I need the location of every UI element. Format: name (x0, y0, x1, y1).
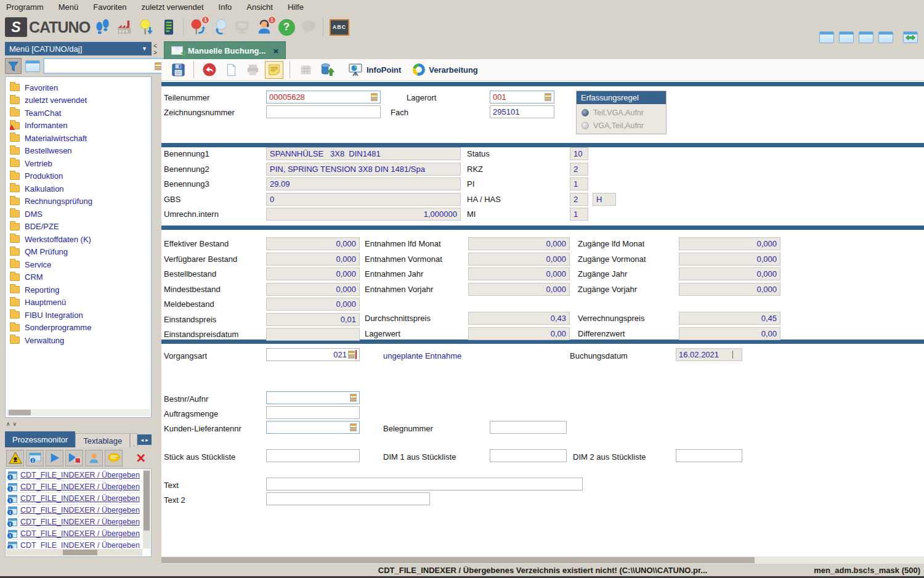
fach-field[interactable]: 295101 (490, 105, 554, 118)
sidebar-tree-item[interactable]: Bestellwesen (10, 145, 150, 158)
lookup-icon[interactable] (371, 93, 378, 101)
dim2-field[interactable] (676, 449, 742, 462)
sidebar-tree-item[interactable]: Vertrieb (10, 157, 150, 170)
infopoint-button[interactable]: InfoPoint (348, 62, 401, 77)
user-processes-button[interactable] (85, 450, 103, 466)
spellcheck-button[interactable]: ABC (326, 16, 352, 38)
sidebar-tree-item[interactable]: Produktion (10, 170, 150, 183)
sidebar-tree-item[interactable]: QM Prüfung (10, 246, 150, 259)
menubar-item[interactable]: Programm (6, 2, 44, 12)
text2-field[interactable] (266, 492, 430, 505)
lookup-icon[interactable] (348, 351, 355, 359)
process-info-button[interactable] (26, 450, 44, 466)
process-vertical-scrollbar[interactable] (143, 470, 150, 548)
process-list-item[interactable]: i CDT_FILE_INDEXER / Übergeben (6, 493, 142, 505)
menubar-item[interactable]: Hilfe (288, 2, 304, 12)
sidebar-tree-item[interactable]: Informanten (10, 120, 150, 132)
window-layout-icon[interactable] (819, 31, 834, 43)
lookup-icon[interactable] (350, 394, 357, 402)
sidebar-tree-item[interactable]: Rechnungsprüfung (10, 195, 150, 208)
process-list-item[interactable]: i CDT_FILE_INDEXER / Übergeben (6, 505, 142, 516)
menubar-item[interactable]: Favoriten (93, 2, 126, 12)
document-tab-manuelle-buchung[interactable]: + Manuelle Buchung... × (164, 41, 286, 59)
menubar-item[interactable]: Info (219, 2, 232, 12)
teilenummer-field[interactable]: 00005628 (266, 91, 381, 104)
stueck-field[interactable] (266, 449, 360, 462)
bestnr-field[interactable] (266, 391, 360, 404)
factory-button[interactable] (113, 16, 136, 38)
sidebar-tree-item[interactable]: Sonderprogramme (10, 322, 150, 335)
menubar-item[interactable]: Menü (59, 2, 79, 12)
messages-button[interactable] (105, 450, 123, 466)
save-button[interactable] (169, 61, 187, 79)
scroll-right-icon[interactable]: ▸ (145, 437, 148, 443)
notification-pin-button[interactable]: 1 (187, 16, 209, 38)
verarbeitung-button[interactable]: Verarbeitung (413, 63, 477, 76)
process-horizontal-scrollbar[interactable] (6, 549, 142, 556)
scrollbar-thumb[interactable] (161, 557, 755, 563)
new-document-button[interactable] (222, 61, 240, 79)
zeichnungsnummer-field[interactable] (266, 105, 381, 118)
process-list-item[interactable]: i CDT_FILE_INDEXER / Übergeben (6, 528, 142, 540)
filter-button[interactable] (5, 58, 22, 74)
sidebar-tree-item[interactable]: Kalkulation (10, 182, 150, 195)
window-layout-icon[interactable] (859, 31, 873, 43)
tab-prozessmonitor[interactable]: Prozessmonitor (5, 431, 75, 447)
process-list-item[interactable]: i CDT_FILE_INDEXER / Übergeben (6, 540, 142, 548)
sidebar-tree-item[interactable]: FIBU Integration (10, 309, 150, 322)
text-field[interactable] (266, 478, 583, 490)
sidebar-tree-item[interactable]: zuletzt verwendet (10, 94, 150, 107)
sidebar-tree-item[interactable]: BDE/PZE (10, 221, 150, 234)
lookup-icon[interactable] (545, 93, 551, 101)
sidebar-tree-item[interactable]: CRM (10, 271, 150, 284)
undo-pin-button[interactable] (209, 16, 231, 38)
belegnummer-field[interactable] (490, 421, 567, 434)
sidebar-tree-item[interactable]: Reporting (10, 283, 150, 296)
form-horizontal-scrollbar[interactable] (161, 556, 924, 564)
sidebar-dropdown-icon[interactable]: ▼ (142, 46, 147, 52)
scrollbar-thumb[interactable] (9, 410, 31, 415)
notes-button-active[interactable] (265, 61, 283, 79)
sidebar-tree-item[interactable]: Verwaltung (10, 334, 150, 347)
scrollbar-thumb[interactable] (144, 471, 150, 531)
window-layout-icon[interactable] (878, 31, 893, 43)
search-input[interactable] (46, 60, 155, 72)
sidebar-tree-item[interactable]: Service (10, 258, 150, 271)
scroll-left-icon[interactable]: ◂ (141, 437, 144, 443)
close-tab-icon[interactable]: × (273, 46, 278, 56)
help-button[interactable]: ? (275, 16, 298, 38)
tree-horizontal-scrollbar[interactable] (7, 409, 150, 416)
lookup-icon[interactable] (350, 423, 357, 431)
process-list-item[interactable]: i CDT_FILE_INDEXER / Übergeben (6, 481, 142, 493)
window-view-button[interactable] (24, 58, 41, 74)
process-list-item[interactable]: i CDT_FILE_INDEXER / Übergeben (6, 470, 142, 481)
menubar-item[interactable]: zuletzt verwendet (141, 2, 203, 12)
window-layout-icon[interactable] (839, 31, 854, 43)
database-export-button[interactable] (318, 61, 336, 79)
tab-clipped[interactable]: . (130, 433, 137, 447)
sidebar-tree-item[interactable]: Werkstoffdaten (K) (10, 233, 150, 246)
menubar-item[interactable]: Ansicht (246, 2, 273, 12)
sidebar-tree-item[interactable]: TeamChat (10, 107, 150, 120)
undo-button[interactable] (200, 61, 219, 79)
lagerort-field[interactable]: 001 (490, 91, 554, 104)
process-list-item[interactable]: i CDT_FILE_INDEXER / Übergeben (6, 516, 142, 528)
support-contact-button[interactable]: 1 (253, 16, 275, 38)
sidebar-tree-item[interactable]: DMS (10, 208, 150, 221)
server-list-button[interactable] (158, 16, 180, 38)
dim1-field[interactable] (490, 449, 567, 462)
footprints-trace-button[interactable] (91, 16, 113, 38)
pin-export-button[interactable] (136, 16, 158, 38)
scrollbar-thumb[interactable] (63, 550, 97, 555)
pane-collapse-arrows[interactable]: ∧∨ (6, 421, 19, 427)
auftragsmenge-field[interactable] (266, 406, 360, 419)
tab-textablage[interactable]: Textablage (75, 433, 130, 447)
clear-list-button[interactable]: × (136, 450, 145, 466)
sidebar-tree-item[interactable]: Materialwirtschaft (10, 132, 150, 145)
error-filter-button[interactable] (6, 450, 24, 466)
sidebar-tree-item[interactable]: Hauptmenü (10, 296, 150, 309)
vorgangsart-field[interactable]: 021 (266, 348, 360, 361)
window-switch-button[interactable] (903, 31, 918, 43)
splitter-collapse-controls[interactable]: <> (153, 43, 157, 56)
lookup-icon[interactable] (155, 62, 161, 70)
